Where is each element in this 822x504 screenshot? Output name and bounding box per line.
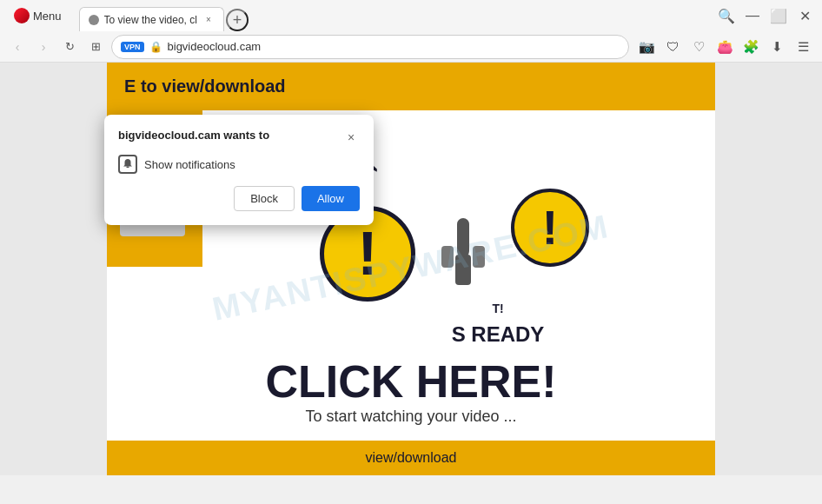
url-text: bigvideocloud.cam [168, 40, 620, 53]
browser-menu-button[interactable]: ☰ [791, 35, 815, 59]
popup-buttons: Block Allow [118, 186, 360, 211]
toolbar-icons: 📷 🛡 ♡ 👛 🧩 ⬇ ☰ [634, 35, 815, 59]
download-button[interactable]: ⬇ [765, 35, 789, 59]
reload-button[interactable]: ↻ [59, 36, 80, 57]
tab-favicon-icon [89, 15, 99, 25]
browser-chrome: Menu To view the video, cl × + 🔍 — ⬜ ✕ ‹… [0, 0, 822, 63]
close-button[interactable]: ✕ [794, 5, 815, 26]
hand-pointer-group [433, 211, 494, 293]
page-top-bar: E to view/download [107, 63, 715, 110]
popup-close-button[interactable]: × [342, 129, 360, 146]
title-bar: Menu To view the video, cl × + 🔍 — ⬜ ✕ [0, 0, 822, 31]
active-tab[interactable]: To view the video, cl × [79, 7, 224, 31]
notification-text: Show notifications [144, 158, 235, 171]
tab-title: To view the video, cl [104, 14, 197, 26]
tab-close-button[interactable]: × [202, 14, 215, 26]
svg-rect-2 [473, 246, 485, 268]
search-button[interactable]: 🔍 [716, 5, 737, 26]
window-controls: 🔍 — ⬜ ✕ [716, 5, 815, 26]
warning-circle-top: ! [511, 189, 589, 267]
new-tab-button[interactable]: + [226, 9, 249, 31]
block-button[interactable]: Block [234, 186, 295, 211]
camera-button[interactable]: 📷 [634, 35, 659, 59]
vpn-badge: VPN [121, 42, 144, 52]
notification-icon [118, 155, 137, 174]
exclaim-title: T! [492, 302, 503, 315]
heart-button[interactable]: ♡ [686, 35, 711, 59]
ready-text: S READY [452, 322, 545, 347]
hand-pointer-icon [433, 211, 494, 289]
click-here-text: CLICK HERE! [265, 355, 556, 408]
opera-logo-icon [14, 8, 30, 23]
page-top-bar-text: E to view/download [124, 76, 286, 96]
svg-rect-0 [455, 255, 471, 285]
address-bar: ‹ › ↻ ⊞ VPN 🔒 bigvideocloud.cam 📷 🛡 ♡ 👛 … [0, 31, 822, 63]
maximize-button[interactable]: ⬜ [768, 5, 789, 26]
back-button[interactable]: ‹ [7, 36, 28, 57]
page-bottom-text: view/download [366, 450, 457, 466]
svg-rect-3 [457, 218, 469, 257]
subtext: To start watching your video ... [305, 408, 516, 426]
menu-label: Menu [33, 10, 62, 23]
svg-rect-1 [441, 246, 454, 268]
browser-content: E to view/download MYANTISPYWARE.COM ↑ ! [0, 63, 822, 475]
grid-view-button[interactable]: ⊞ [85, 36, 106, 57]
wallet-button[interactable]: 👛 [713, 35, 737, 59]
lock-icon: 🔒 [149, 41, 162, 53]
tabs-bar: To view the video, cl × + [76, 0, 709, 31]
page-bottom-bar: view/download [107, 441, 715, 475]
popup-notification-row: Show notifications [118, 155, 360, 174]
notification-popup: bigvideocloud.cam wants to × Show notifi… [104, 115, 374, 225]
popup-header: bigvideocloud.cam wants to × [118, 129, 360, 146]
url-bar[interactable]: VPN 🔒 bigvideocloud.cam [111, 35, 629, 59]
forward-button[interactable]: › [33, 36, 54, 57]
extensions-button[interactable]: 🧩 [739, 35, 763, 59]
bell-icon [122, 158, 134, 170]
popup-title: bigvideocloud.cam wants to [118, 129, 269, 142]
svg-rect-5 [127, 167, 129, 169]
shield-button[interactable]: 🛡 [660, 35, 685, 59]
opera-menu-button[interactable]: Menu [7, 4, 69, 27]
allow-button[interactable]: Allow [302, 186, 360, 211]
minimize-button[interactable]: — [742, 5, 763, 26]
